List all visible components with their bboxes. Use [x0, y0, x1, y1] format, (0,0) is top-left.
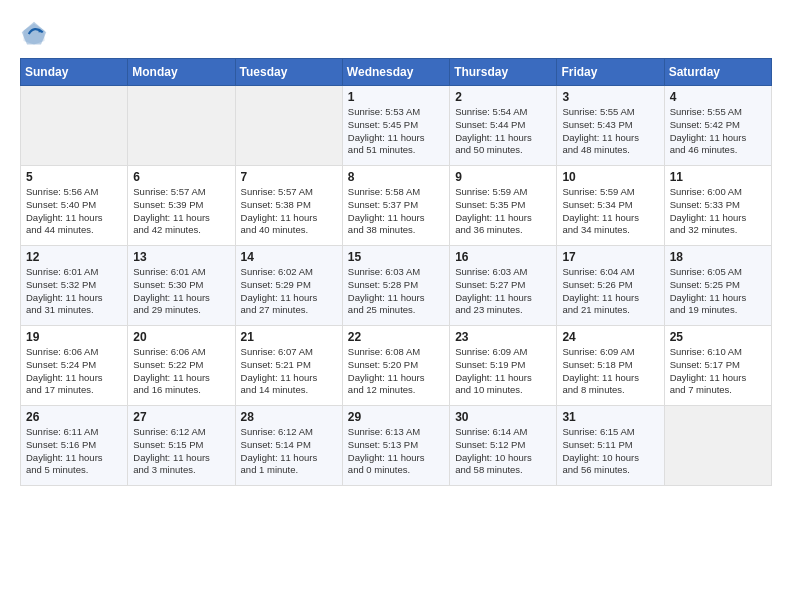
calendar-cell: 24Sunrise: 6:09 AM Sunset: 5:18 PM Dayli…: [557, 326, 664, 406]
calendar-cell: [21, 86, 128, 166]
day-number: 12: [26, 250, 122, 264]
cell-info: Sunrise: 6:09 AM Sunset: 5:19 PM Dayligh…: [455, 346, 551, 397]
calendar-cell: 22Sunrise: 6:08 AM Sunset: 5:20 PM Dayli…: [342, 326, 449, 406]
calendar-cell: 7Sunrise: 5:57 AM Sunset: 5:38 PM Daylig…: [235, 166, 342, 246]
day-number: 2: [455, 90, 551, 104]
calendar-cell: 25Sunrise: 6:10 AM Sunset: 5:17 PM Dayli…: [664, 326, 771, 406]
calendar-cell: 21Sunrise: 6:07 AM Sunset: 5:21 PM Dayli…: [235, 326, 342, 406]
calendar-cell: 29Sunrise: 6:13 AM Sunset: 5:13 PM Dayli…: [342, 406, 449, 486]
logo-icon: [20, 20, 48, 48]
calendar-cell: 3Sunrise: 5:55 AM Sunset: 5:43 PM Daylig…: [557, 86, 664, 166]
cell-info: Sunrise: 5:54 AM Sunset: 5:44 PM Dayligh…: [455, 106, 551, 157]
calendar-cell: [664, 406, 771, 486]
cell-info: Sunrise: 6:03 AM Sunset: 5:27 PM Dayligh…: [455, 266, 551, 317]
cell-info: Sunrise: 6:04 AM Sunset: 5:26 PM Dayligh…: [562, 266, 658, 317]
day-number: 19: [26, 330, 122, 344]
day-number: 8: [348, 170, 444, 184]
calendar-header-friday: Friday: [557, 59, 664, 86]
day-number: 10: [562, 170, 658, 184]
day-number: 17: [562, 250, 658, 264]
calendar-header-row: SundayMondayTuesdayWednesdayThursdayFrid…: [21, 59, 772, 86]
header: [20, 20, 772, 48]
cell-info: Sunrise: 6:00 AM Sunset: 5:33 PM Dayligh…: [670, 186, 766, 237]
cell-info: Sunrise: 5:59 AM Sunset: 5:34 PM Dayligh…: [562, 186, 658, 237]
calendar-cell: 14Sunrise: 6:02 AM Sunset: 5:29 PM Dayli…: [235, 246, 342, 326]
calendar-header-thursday: Thursday: [450, 59, 557, 86]
day-number: 31: [562, 410, 658, 424]
calendar-cell: 9Sunrise: 5:59 AM Sunset: 5:35 PM Daylig…: [450, 166, 557, 246]
day-number: 4: [670, 90, 766, 104]
cell-info: Sunrise: 6:11 AM Sunset: 5:16 PM Dayligh…: [26, 426, 122, 477]
cell-info: Sunrise: 6:06 AM Sunset: 5:24 PM Dayligh…: [26, 346, 122, 397]
cell-info: Sunrise: 6:08 AM Sunset: 5:20 PM Dayligh…: [348, 346, 444, 397]
cell-info: Sunrise: 5:53 AM Sunset: 5:45 PM Dayligh…: [348, 106, 444, 157]
cell-info: Sunrise: 6:01 AM Sunset: 5:30 PM Dayligh…: [133, 266, 229, 317]
calendar-header-tuesday: Tuesday: [235, 59, 342, 86]
day-number: 20: [133, 330, 229, 344]
day-number: 22: [348, 330, 444, 344]
logo: [20, 20, 52, 48]
calendar-cell: 5Sunrise: 5:56 AM Sunset: 5:40 PM Daylig…: [21, 166, 128, 246]
day-number: 26: [26, 410, 122, 424]
calendar-cell: 16Sunrise: 6:03 AM Sunset: 5:27 PM Dayli…: [450, 246, 557, 326]
calendar-week-row: 19Sunrise: 6:06 AM Sunset: 5:24 PM Dayli…: [21, 326, 772, 406]
calendar-cell: 2Sunrise: 5:54 AM Sunset: 5:44 PM Daylig…: [450, 86, 557, 166]
cell-info: Sunrise: 5:55 AM Sunset: 5:43 PM Dayligh…: [562, 106, 658, 157]
day-number: 15: [348, 250, 444, 264]
calendar-week-row: 26Sunrise: 6:11 AM Sunset: 5:16 PM Dayli…: [21, 406, 772, 486]
calendar-table: SundayMondayTuesdayWednesdayThursdayFrid…: [20, 58, 772, 486]
cell-info: Sunrise: 5:58 AM Sunset: 5:37 PM Dayligh…: [348, 186, 444, 237]
calendar-week-row: 12Sunrise: 6:01 AM Sunset: 5:32 PM Dayli…: [21, 246, 772, 326]
cell-info: Sunrise: 5:57 AM Sunset: 5:38 PM Dayligh…: [241, 186, 337, 237]
day-number: 28: [241, 410, 337, 424]
day-number: 24: [562, 330, 658, 344]
calendar-cell: 31Sunrise: 6:15 AM Sunset: 5:11 PM Dayli…: [557, 406, 664, 486]
day-number: 18: [670, 250, 766, 264]
cell-info: Sunrise: 6:05 AM Sunset: 5:25 PM Dayligh…: [670, 266, 766, 317]
calendar-cell: 28Sunrise: 6:12 AM Sunset: 5:14 PM Dayli…: [235, 406, 342, 486]
calendar-header-saturday: Saturday: [664, 59, 771, 86]
cell-info: Sunrise: 6:14 AM Sunset: 5:12 PM Dayligh…: [455, 426, 551, 477]
day-number: 23: [455, 330, 551, 344]
cell-info: Sunrise: 6:13 AM Sunset: 5:13 PM Dayligh…: [348, 426, 444, 477]
day-number: 21: [241, 330, 337, 344]
calendar-cell: 30Sunrise: 6:14 AM Sunset: 5:12 PM Dayli…: [450, 406, 557, 486]
cell-info: Sunrise: 6:01 AM Sunset: 5:32 PM Dayligh…: [26, 266, 122, 317]
day-number: 7: [241, 170, 337, 184]
calendar-header-monday: Monday: [128, 59, 235, 86]
calendar-week-row: 5Sunrise: 5:56 AM Sunset: 5:40 PM Daylig…: [21, 166, 772, 246]
day-number: 13: [133, 250, 229, 264]
calendar-cell: 20Sunrise: 6:06 AM Sunset: 5:22 PM Dayli…: [128, 326, 235, 406]
day-number: 6: [133, 170, 229, 184]
cell-info: Sunrise: 5:59 AM Sunset: 5:35 PM Dayligh…: [455, 186, 551, 237]
day-number: 1: [348, 90, 444, 104]
cell-info: Sunrise: 6:12 AM Sunset: 5:15 PM Dayligh…: [133, 426, 229, 477]
calendar-cell: 18Sunrise: 6:05 AM Sunset: 5:25 PM Dayli…: [664, 246, 771, 326]
calendar-cell: 15Sunrise: 6:03 AM Sunset: 5:28 PM Dayli…: [342, 246, 449, 326]
day-number: 14: [241, 250, 337, 264]
calendar-cell: 26Sunrise: 6:11 AM Sunset: 5:16 PM Dayli…: [21, 406, 128, 486]
day-number: 11: [670, 170, 766, 184]
day-number: 5: [26, 170, 122, 184]
cell-info: Sunrise: 5:57 AM Sunset: 5:39 PM Dayligh…: [133, 186, 229, 237]
day-number: 29: [348, 410, 444, 424]
calendar-cell: 12Sunrise: 6:01 AM Sunset: 5:32 PM Dayli…: [21, 246, 128, 326]
cell-info: Sunrise: 6:10 AM Sunset: 5:17 PM Dayligh…: [670, 346, 766, 397]
calendar-cell: 4Sunrise: 5:55 AM Sunset: 5:42 PM Daylig…: [664, 86, 771, 166]
calendar-header-sunday: Sunday: [21, 59, 128, 86]
cell-info: Sunrise: 6:09 AM Sunset: 5:18 PM Dayligh…: [562, 346, 658, 397]
cell-info: Sunrise: 6:15 AM Sunset: 5:11 PM Dayligh…: [562, 426, 658, 477]
day-number: 30: [455, 410, 551, 424]
calendar-cell: 19Sunrise: 6:06 AM Sunset: 5:24 PM Dayli…: [21, 326, 128, 406]
cell-info: Sunrise: 6:06 AM Sunset: 5:22 PM Dayligh…: [133, 346, 229, 397]
calendar-cell: [235, 86, 342, 166]
calendar-week-row: 1Sunrise: 5:53 AM Sunset: 5:45 PM Daylig…: [21, 86, 772, 166]
calendar-cell: 6Sunrise: 5:57 AM Sunset: 5:39 PM Daylig…: [128, 166, 235, 246]
day-number: 3: [562, 90, 658, 104]
day-number: 25: [670, 330, 766, 344]
cell-info: Sunrise: 5:55 AM Sunset: 5:42 PM Dayligh…: [670, 106, 766, 157]
day-number: 9: [455, 170, 551, 184]
cell-info: Sunrise: 6:03 AM Sunset: 5:28 PM Dayligh…: [348, 266, 444, 317]
day-number: 27: [133, 410, 229, 424]
day-number: 16: [455, 250, 551, 264]
